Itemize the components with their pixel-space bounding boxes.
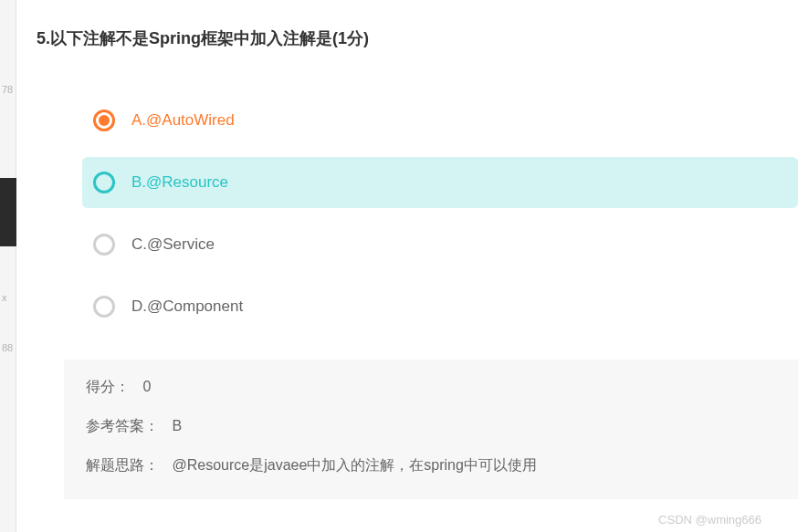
score-label: 得分： bbox=[86, 379, 130, 394]
question-content: 5.以下注解不是Spring框架中加入注解是(1分) A.@AutoWired … bbox=[26, 0, 798, 499]
gutter-mark: 78 bbox=[2, 84, 13, 95]
gutter-mark: 88 bbox=[2, 342, 13, 353]
reference-row: 参考答案： B bbox=[86, 417, 776, 436]
radio-empty-icon bbox=[93, 296, 115, 318]
left-gutter: 78 x 88 bbox=[0, 0, 16, 532]
reference-label: 参考答案： bbox=[86, 418, 159, 433]
gutter-mark: x bbox=[2, 292, 7, 303]
option-label: C.@Service bbox=[131, 235, 215, 254]
question-title: 5.以下注解不是Spring框架中加入注解是(1分) bbox=[37, 27, 798, 49]
explanation-row: 解题思路： @Resource是javaee中加入的注解，在spring中可以使… bbox=[86, 456, 776, 475]
explanation-value: @Resource是javaee中加入的注解，在spring中可以使用 bbox=[172, 457, 536, 473]
option-label: D.@Component bbox=[131, 297, 243, 316]
radio-correct-icon bbox=[93, 172, 115, 193]
option-c[interactable]: C.@Service bbox=[82, 219, 798, 270]
score-value: 0 bbox=[142, 379, 151, 394]
option-label: A.@AutoWired bbox=[131, 111, 235, 130]
answer-block: 得分： 0 参考答案： B 解题思路： @Resource是javaee中加入的… bbox=[64, 360, 798, 499]
option-a[interactable]: A.@AutoWired bbox=[82, 95, 798, 146]
option-label: B.@Resource bbox=[131, 173, 228, 192]
radio-selected-icon bbox=[93, 110, 115, 131]
explanation-label: 解题思路： bbox=[86, 457, 159, 473]
score-row: 得分： 0 bbox=[86, 378, 776, 397]
option-d[interactable]: D.@Component bbox=[82, 281, 798, 332]
radio-empty-icon bbox=[93, 234, 115, 256]
options-list: A.@AutoWired B.@Resource C.@Service D.@C… bbox=[37, 95, 798, 332]
option-b[interactable]: B.@Resource bbox=[82, 157, 798, 208]
reference-value: B bbox=[172, 418, 182, 433]
gutter-dark-block bbox=[0, 178, 16, 246]
watermark: CSDN @wming666 bbox=[658, 513, 761, 527]
